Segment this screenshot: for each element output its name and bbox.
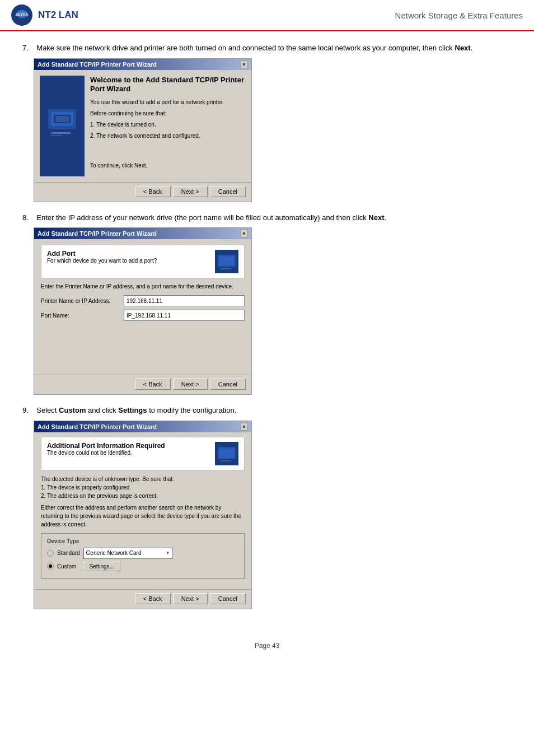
additional-dialog-buttons: < Back Next > Cancel: [34, 589, 251, 609]
svg-text:AKiTiO: AKiTiO: [15, 13, 29, 17]
additional-dialog-titlebar: Add Standard TCP/IP Printer Port Wizard …: [34, 421, 251, 432]
welcome-cancel-button[interactable]: Cancel: [210, 186, 246, 197]
dropdown-arrow-icon: ▼: [166, 550, 170, 556]
device-type-label: Device Type: [47, 538, 238, 544]
additional-section-sub: The device could not be identified.: [47, 450, 165, 456]
step-9-bold1: Custom: [59, 406, 86, 414]
addport-next-button[interactable]: Next >: [173, 379, 208, 390]
welcome-title: Welcome to the Add Standard TCP/IP Print…: [90, 76, 246, 95]
step-9-number: 9.: [22, 406, 29, 414]
custom-radio[interactable]: [47, 563, 54, 570]
step-9-text-middle: and click: [86, 406, 118, 414]
additional-info1: The detected device is of unknown type. …: [41, 475, 245, 500]
page-number: Page 43: [255, 642, 280, 650]
step-9-text-after: to modify the configuration.: [147, 406, 237, 414]
additional-dialog-body: Additional Port Information Required The…: [34, 432, 251, 589]
addport-dialog-buttons: < Back Next > Cancel: [34, 375, 251, 394]
standard-radio[interactable]: [47, 550, 54, 557]
device-type-box: Device Type Standard Generic Network Car…: [41, 533, 245, 579]
header-title: Network Storage & Extra Features: [395, 11, 523, 20]
welcome-dialog-title: Add Standard TCP/IP Printer Port Wizard: [38, 61, 157, 68]
addport-dialog-body: Add Port For which device do you want to…: [34, 239, 251, 375]
additional-icon: [215, 442, 238, 465]
step-9: 9. Select Custom and click Settings to m…: [22, 405, 512, 609]
additional-info4: Either correct the address and perform a…: [41, 503, 245, 529]
step-7-text: 7. Make sure the network drive and print…: [22, 43, 512, 54]
step-7: 7. Make sure the network drive and print…: [22, 43, 512, 202]
custom-radio-label: Custom: [57, 563, 76, 570]
addport-dialog-title: Add Standard TCP/IP Printer Port Wizard: [38, 230, 157, 237]
main-content: 7. Make sure the network drive and print…: [0, 37, 534, 631]
welcome-continue: To continue, click Next.: [90, 162, 246, 169]
port-name-input[interactable]: [124, 310, 245, 321]
device-type-dropdown[interactable]: Generic Network Card ▼: [83, 548, 173, 559]
header-left: AKiTiO NT2 LAN: [11, 4, 78, 26]
port-name-label: Port Name:: [41, 312, 119, 319]
addport-cancel-button[interactable]: Cancel: [210, 379, 246, 390]
settings-button[interactable]: Settings...: [83, 562, 120, 571]
page-header: AKiTiO NT2 LAN Network Storage & Extra F…: [0, 0, 534, 31]
additional-dialog-close[interactable]: ×: [240, 423, 248, 431]
step-8-text-after: .: [384, 213, 386, 222]
svg-rect-11: [219, 256, 234, 265]
step-8-text: 8. Enter the IP address of your network …: [22, 212, 512, 223]
welcome-printer-icon: [40, 76, 85, 176]
port-name-row: Port Name:: [41, 310, 245, 321]
additional-header-text: Additional Port Information Required The…: [47, 442, 165, 456]
addport-form-note: Enter the Printer Name or IP address, an…: [41, 283, 245, 291]
step-9-text: 9. Select Custom and click Settings to m…: [22, 405, 512, 416]
addport-dialog-close[interactable]: ×: [240, 230, 248, 237]
svg-rect-15: [219, 449, 234, 458]
additional-back-button[interactable]: < Back: [135, 593, 171, 604]
welcome-para2-item2: 2. The network is connected and configur…: [90, 132, 246, 140]
header-model: NT2 LAN: [38, 10, 78, 21]
welcome-para2-title: Before continuing be sure that:: [90, 110, 246, 118]
welcome-para2-item1: 1. The device is turned on.: [90, 121, 246, 129]
svg-rect-6: [55, 116, 69, 122]
welcome-text-area: Welcome to the Add Standard TCP/IP Print…: [90, 76, 246, 176]
welcome-dialog-buttons: < Back Next > Cancel: [34, 182, 251, 202]
svg-rect-17: [220, 460, 231, 461]
step-8-text-before: Enter the IP address of your network dri…: [36, 213, 368, 222]
additional-next-button[interactable]: Next >: [173, 593, 208, 604]
addport-icon: [215, 250, 238, 273]
addport-section-title: Add Port: [47, 250, 157, 258]
additional-dialog-title: Add Standard TCP/IP Printer Port Wizard: [38, 423, 157, 430]
ip-address-input[interactable]: [124, 295, 245, 306]
step-8: 8. Enter the IP address of your network …: [22, 212, 512, 395]
svg-rect-13: [220, 268, 231, 269]
step-7-number: 7.: [22, 44, 29, 52]
ip-address-row: Printer Name or IP Address:: [41, 295, 245, 306]
addport-header: Add Port For which device do you want to…: [41, 245, 245, 278]
svg-rect-8: [51, 132, 71, 134]
welcome-dialog-close[interactable]: ×: [240, 60, 248, 68]
addport-section-sub: For which device do you want to add a po…: [47, 258, 157, 264]
custom-radio-row: Custom Settings...: [47, 562, 238, 571]
addport-back-button[interactable]: < Back: [135, 379, 171, 390]
step-7-text-after: .: [471, 44, 473, 52]
standard-radio-row: Standard Generic Network Card ▼: [47, 548, 238, 559]
welcome-next-button[interactable]: Next >: [173, 186, 208, 197]
welcome-dialog-body: Welcome to the Add Standard TCP/IP Print…: [34, 70, 251, 182]
welcome-para1: You use this wizard to add a port for a …: [90, 99, 246, 106]
page-footer: Page 43: [0, 642, 534, 661]
step-7-bold: Next: [455, 44, 471, 52]
welcome-dialog: Add Standard TCP/IP Printer Port Wizard …: [34, 58, 252, 202]
ip-address-label: Printer Name or IP Address:: [41, 298, 119, 304]
step-9-bold2: Settings: [118, 406, 147, 414]
step-8-bold: Next: [368, 213, 384, 222]
additional-header: Additional Port Information Required The…: [41, 437, 245, 470]
step-9-text-before: Select: [36, 406, 59, 414]
addport-header-text: Add Port For which device do you want to…: [47, 250, 157, 264]
step-8-number: 8.: [22, 213, 29, 222]
additional-dialog: Add Standard TCP/IP Printer Port Wizard …: [34, 421, 252, 609]
logo-icon: AKiTiO: [11, 4, 32, 26]
welcome-back-button[interactable]: < Back: [135, 186, 171, 197]
additional-section-title: Additional Port Information Required: [47, 442, 165, 450]
addport-dialog: Add Standard TCP/IP Printer Port Wizard …: [34, 227, 252, 395]
dropdown-value: Generic Network Card: [86, 550, 142, 556]
addport-dialog-titlebar: Add Standard TCP/IP Printer Port Wizard …: [34, 228, 251, 239]
standard-radio-label: Standard: [57, 550, 80, 556]
additional-cancel-button[interactable]: Cancel: [210, 593, 246, 604]
svg-rect-9: [51, 135, 62, 136]
